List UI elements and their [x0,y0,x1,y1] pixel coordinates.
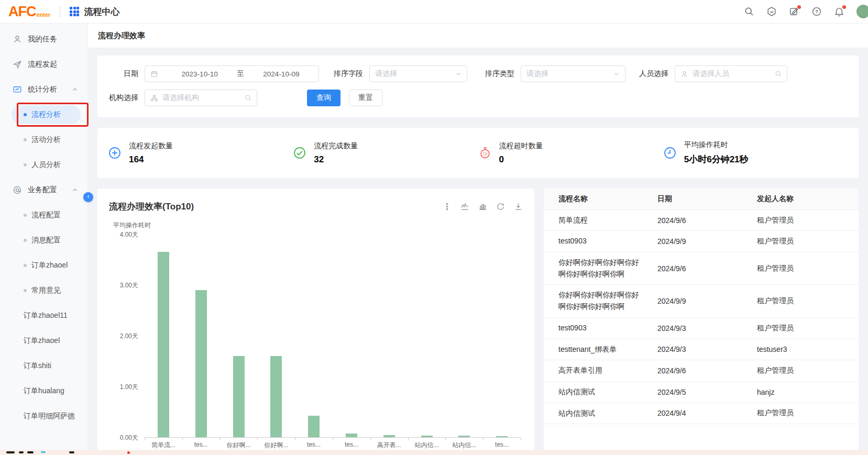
table-row[interactable]: 简单流程2024/9/6租户管理员 [544,210,859,231]
sidebar-item-label: 订单hualang [24,386,64,396]
stat-card-1: 流程完成数量32 [293,141,478,165]
bar-站内信...[interactable] [458,436,470,437]
sidebar-item-订单shiti[interactable]: 订单shiti [0,353,87,379]
clock-icon [663,146,677,160]
search-icon [775,70,782,77]
sidebar-item-业务配置[interactable]: 业务配置 [0,177,87,203]
person-icon [680,70,688,78]
sidebar-item-流程发起[interactable]: 流程发起 [0,52,87,77]
sidebar-item-订单hualang[interactable]: 订单hualang [0,379,87,404]
line-chart-icon[interactable] [460,202,469,211]
logo-sub: enter [37,12,51,18]
date-cell: 2024/9/3 [651,340,751,358]
notification-bell-icon[interactable] [834,6,844,17]
efficiency-bar-chart: 平均操作耗时 4.00天3.00天2.00天1.00天0.00天 简单流...t… [109,221,523,455]
sidebar-collapse-button[interactable]: ‹ [83,192,93,202]
date-range-input[interactable]: 2023-10-10 至 2024-10-09 [145,65,319,82]
refresh-icon[interactable] [496,202,505,211]
org-select-input[interactable]: 请选择机构 [145,90,257,106]
process-name-cell: 你好啊你好啊你好啊你好啊你好啊你好啊你啊 [544,252,651,284]
process-name-cell: testtenant_绑表单 [544,339,651,360]
sidebar-item-订单zhaoel[interactable]: 订单zhaoel [0,328,87,353]
sort-field-placeholder: 请选择 [375,69,397,79]
sidebar-item-活动分析[interactable]: 活动分析 [0,127,87,152]
table-row[interactable]: 你好啊你好啊你好啊你好啊你好啊你好啊你啊2024/9/9租户管理员 [544,285,859,317]
sidebar-item-label: 统计分析 [28,85,57,94]
y-tick-label: 1.00天 [109,383,138,392]
bullet-dot-icon [24,138,27,141]
bar-站内信...[interactable] [421,436,433,437]
sidebar-item-订单zhaoel11[interactable]: 订单zhaoel11 [0,303,87,328]
process-name-cell: 高开表单引用 [544,360,651,381]
sidebar-item-订单zhaoel[interactable]: 订单zhaoel [0,253,87,278]
bar-tes...[interactable] [496,436,508,437]
bar-tes...[interactable] [308,416,320,437]
table-row[interactable]: test09032024/9/9租户管理员 [544,231,859,252]
svg-text:AI: AI [770,10,774,14]
bar-你好啊...[interactable] [233,356,245,437]
chevron-up-icon[interactable] [72,187,78,193]
stat-label: 流程超时数量 [499,141,543,151]
chevron-down-icon [613,70,620,77]
top-header: AFC enter 流程中心 AI ? [0,0,868,24]
initiator-cell: 租户管理员 [751,259,859,278]
download-icon[interactable] [514,202,523,211]
sidebar-item-label: 流程配置 [31,210,61,220]
help-icon[interactable]: ? [811,6,822,17]
table-row[interactable]: 站内信测试2024/9/5hanjz [544,382,859,403]
bar-chart-icon[interactable] [478,202,487,211]
sort-field-select[interactable]: 请选择 [369,65,467,82]
sidebar-item-流程配置[interactable]: 流程配置 [0,203,87,228]
bar-你好啊...[interactable] [270,356,282,437]
sidebar-item-流程分析[interactable]: 流程分析 [0,102,87,127]
bar-tes...[interactable] [346,434,357,437]
sidebar-item-人员分析[interactable]: 人员分析 [0,152,87,177]
x-axis-label: 你好啊... [264,441,288,450]
y-tick-label: 3.00天 [109,281,138,290]
stat-card-3: 平均操作耗时5小时6分钟21秒 [663,140,848,165]
table-row[interactable]: 站内信测试2024/9/4租户管理员 [544,403,859,425]
y-tick-label: 4.00天 [109,230,138,239]
person-select-input[interactable]: 请选择人员 [675,65,787,82]
chart-toolbar [443,202,523,211]
x-axis-tick [182,438,183,440]
date-cell: 2024/9/6 [651,260,751,278]
table-row[interactable]: 高开表单引用2024/9/6租户管理员 [544,360,859,382]
more-dots-icon[interactable] [443,202,452,211]
date-cell: 2024/9/3 [651,319,751,337]
sidebar-item-我的任务[interactable]: 我的任务 [0,27,87,52]
x-axis-tick [333,438,333,440]
stat-card-0: 流程发起数量164 [108,141,293,165]
sidebar-item-消息配置[interactable]: 消息配置 [0,228,87,253]
app-grid-icon[interactable] [70,7,79,16]
date-start-value[interactable]: 2023-10-10 [162,70,237,78]
sort-type-select[interactable]: 请选择 [521,65,625,82]
bar-tes...[interactable] [195,290,207,437]
chevron-up-icon[interactable] [72,86,78,93]
query-button[interactable]: 查询 [307,90,340,106]
table-row[interactable]: testtenant_绑表单2024/9/3testuser3 [544,339,859,361]
sidebar-item-常用意见[interactable]: 常用意见 [0,278,87,303]
sidebar-item-label: 消息配置 [31,236,61,245]
ai-icon[interactable]: AI [766,6,777,17]
bar-高开表...[interactable] [383,435,395,437]
chevron-down-icon [455,70,462,77]
sidebar-item-统计分析[interactable]: 统计分析 [0,77,87,102]
compose-icon[interactable] [789,6,799,17]
sort-type-placeholder: 请选择 [526,69,548,79]
search-icon[interactable] [744,6,754,17]
initiator-cell: 租户管理员 [751,404,859,423]
bar-简单流...[interactable] [158,252,169,437]
reset-button[interactable]: 重置 [349,90,382,106]
avatar[interactable] [856,5,868,18]
y-tick-label: 2.00天 [109,332,138,341]
x-axis-tick [445,438,446,440]
check-circle-icon [293,146,306,160]
bullet-dot-icon [24,163,27,167]
sidebar-item-订单明细阿萨德[interactable]: 订单明细阿萨德 [0,404,87,429]
person-placeholder: 请选择人员 [693,69,729,79]
table-row[interactable]: test09032024/9/3租户管理员 [544,318,859,339]
date-end-value[interactable]: 2024-10-09 [244,70,318,78]
table-row[interactable]: 你好啊你好啊你好啊你好啊你好啊你好啊你啊2024/9/6租户管理员 [544,252,859,285]
svg-text:?: ? [815,9,818,14]
